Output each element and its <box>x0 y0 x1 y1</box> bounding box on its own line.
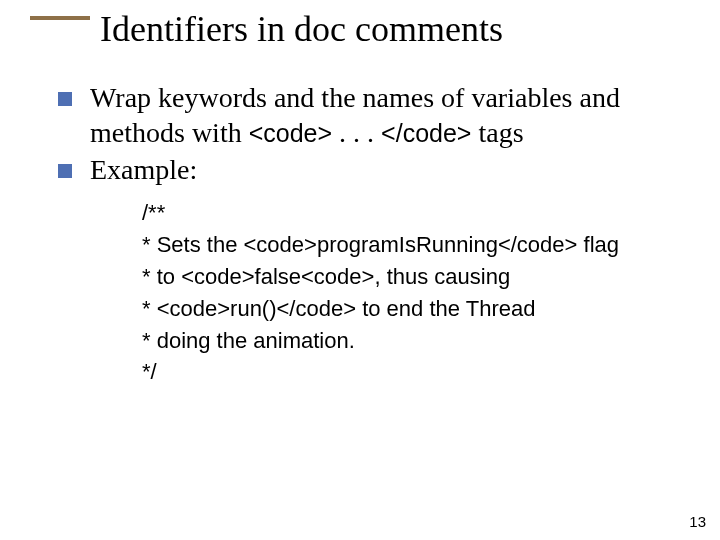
bullet-row-1: Wrap keywords and the names of variables… <box>58 80 680 150</box>
code-line: * <code>run()</code> to end the Thread <box>142 293 680 325</box>
code-line: * to <code>false<code>, thus causing <box>142 261 680 293</box>
bullet-text-1: Wrap keywords and the names of variables… <box>90 80 680 150</box>
code-line: /** <box>142 197 680 229</box>
title-rule <box>30 16 90 20</box>
bullet1-post: tags <box>471 117 523 148</box>
bullet-icon <box>58 164 72 178</box>
bullet1-code-open: <code> <box>249 119 332 147</box>
bullet1-mid: . . . <box>332 117 381 148</box>
page-number: 13 <box>689 513 706 530</box>
code-example: /** * Sets the <code>programIsRunning</c… <box>142 197 680 388</box>
bullet-icon <box>58 92 72 106</box>
slide-title: Identifiers in doc comments <box>100 8 503 50</box>
slide: Identifiers in doc comments Wrap keyword… <box>0 0 720 540</box>
bullet-row-2: Example: <box>58 152 680 187</box>
code-line: * Sets the <code>programIsRunning</code>… <box>142 229 680 261</box>
code-line: */ <box>142 356 680 388</box>
bullet1-code-close: </code> <box>381 119 471 147</box>
bullet-text-2: Example: <box>90 152 197 187</box>
slide-body: Wrap keywords and the names of variables… <box>58 80 680 388</box>
code-line: * doing the animation. <box>142 325 680 357</box>
